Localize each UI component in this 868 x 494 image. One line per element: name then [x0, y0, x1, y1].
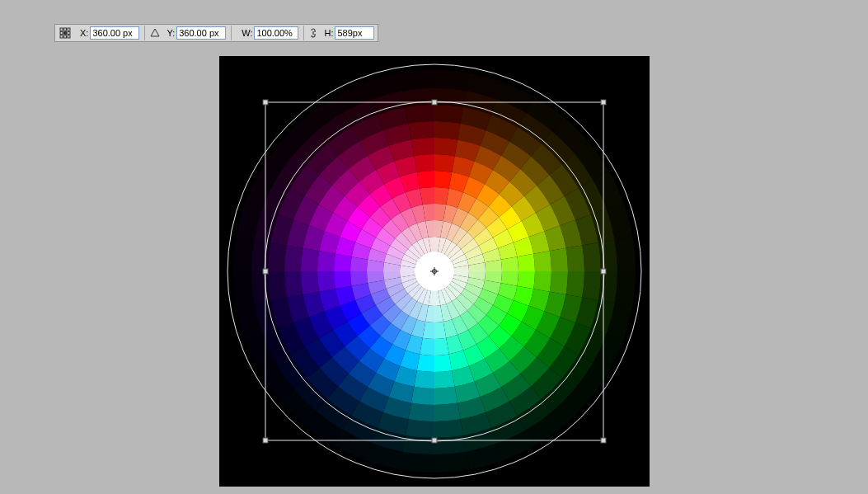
wheel-cell: [268, 242, 287, 271]
wheel-cell: [411, 138, 434, 156]
wheel-cell: [434, 105, 463, 124]
svg-rect-6: [60, 35, 63, 38]
wheel-cell: [400, 452, 434, 473]
wheel-cell: [434, 121, 461, 139]
wheel-cell: [334, 254, 352, 271]
wheel-cell: [582, 271, 601, 300]
wheel-cell: [334, 271, 352, 289]
y-input[interactable]: [176, 26, 226, 40]
wheel-cell: [517, 271, 535, 289]
wheel-cell: [402, 88, 434, 107]
wheel-cell: [284, 245, 303, 271]
wheel-cell: [550, 248, 568, 271]
wheel-cell: [417, 354, 434, 372]
wheel-cell: [434, 435, 467, 454]
svg-rect-1: [64, 28, 67, 31]
wheel-cell: [434, 387, 457, 405]
svg-rect-0: [60, 28, 63, 31]
wheel-cell: [566, 271, 584, 298]
wheel-cell: [582, 242, 601, 271]
wheel-cell: [533, 271, 551, 292]
transform-handle[interactable]: [601, 269, 606, 274]
wheel-cell: [434, 171, 452, 189]
wheel-cell: [400, 70, 434, 91]
transform-handle[interactable]: [263, 100, 268, 105]
relative-position-icon[interactable]: [150, 28, 160, 38]
wheel-cell: [402, 435, 434, 454]
wheel-cell: [434, 138, 457, 156]
svg-rect-3: [60, 32, 63, 35]
wheel-cell: [434, 452, 469, 473]
constrain-proportions-icon[interactable]: [309, 27, 317, 39]
separator: [231, 26, 232, 40]
transform-handle[interactable]: [263, 438, 268, 443]
svg-rect-4: [64, 32, 67, 35]
svg-rect-8: [68, 35, 70, 38]
reference-point-icon[interactable]: [59, 26, 72, 40]
x-input[interactable]: [90, 26, 139, 40]
transform-handle[interactable]: [432, 100, 437, 105]
wheel-cell: [251, 239, 270, 271]
wheel-cell: [414, 370, 434, 388]
wheel-cell: [434, 70, 469, 91]
wheel-cell: [233, 237, 254, 271]
wheel-cell: [434, 88, 467, 107]
svg-rect-7: [64, 35, 67, 38]
wheel-cell: [317, 251, 335, 271]
document-canvas[interactable]: [219, 56, 650, 487]
wheel-cell: [434, 154, 455, 172]
wheel-cell: [434, 419, 463, 438]
wheel-cell: [434, 403, 461, 421]
wheel-cell: [251, 271, 270, 303]
wheel-cell: [301, 248, 319, 271]
w-input[interactable]: [254, 26, 298, 40]
wheel-cell: [408, 403, 434, 421]
wheel-cell: [417, 171, 434, 189]
wheel-cell: [301, 271, 319, 294]
wheel-cell: [598, 271, 617, 303]
transform-options-bar: X: Y: W: H:: [54, 24, 378, 42]
wheel-cell: [598, 239, 617, 271]
wheel-cell: [406, 419, 434, 438]
transform-handle[interactable]: [263, 269, 268, 274]
wheel-cell: [566, 245, 584, 271]
wheel-cell: [533, 251, 551, 271]
wheel-cell: [434, 354, 452, 372]
separator: [144, 26, 145, 40]
separator: [303, 26, 304, 40]
wheel-cell: [615, 237, 636, 271]
w-label: W:: [242, 28, 252, 38]
svg-rect-2: [68, 28, 70, 31]
transform-handle[interactable]: [601, 100, 606, 105]
wheel-cell: [550, 271, 568, 294]
svg-rect-5: [68, 32, 70, 35]
wheel-cell: [434, 370, 455, 388]
y-label: Y:: [167, 28, 175, 38]
transform-handle[interactable]: [601, 438, 606, 443]
wheel-cell: [317, 271, 335, 292]
h-input[interactable]: [335, 26, 374, 40]
wheel-cell: [284, 271, 303, 298]
wheel-cell: [408, 121, 434, 139]
x-label: X:: [80, 28, 88, 38]
wheel-cell: [406, 105, 434, 124]
wheel-cell: [411, 387, 434, 405]
wheel-cell: [233, 271, 254, 306]
transform-handle[interactable]: [432, 438, 437, 443]
wheel-cell: [615, 271, 636, 306]
wheel-cell: [517, 254, 535, 271]
h-label: H:: [324, 28, 333, 38]
wheel-cell: [268, 271, 287, 300]
wheel-cell: [414, 154, 434, 172]
